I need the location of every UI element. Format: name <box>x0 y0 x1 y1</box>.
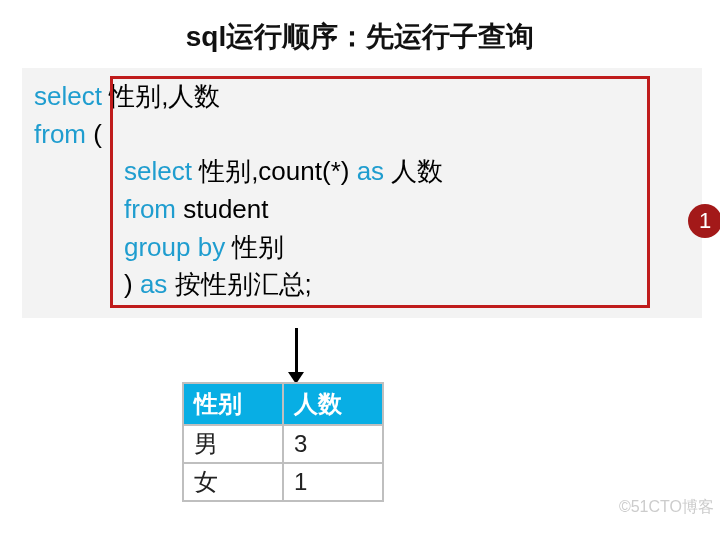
header-count: 人数 <box>283 383 383 425</box>
flow-arrow-icon <box>288 328 304 384</box>
cell-gender: 男 <box>183 425 283 463</box>
table-row: 女 1 <box>183 463 383 501</box>
sql-code-block: 1 select 性别,人数 from ( select 性别,count(*)… <box>22 68 702 318</box>
page-title: sql运行顺序：先运行子查询 <box>0 0 720 68</box>
cell-gender: 女 <box>183 463 283 501</box>
cell-count: 1 <box>283 463 383 501</box>
step-1-badge: 1 <box>688 204 720 238</box>
from-keyword: from <box>34 119 86 149</box>
open-paren: ( <box>86 119 102 149</box>
cell-count: 3 <box>283 425 383 463</box>
select-keyword: select <box>34 81 102 111</box>
table-row: 男 3 <box>183 425 383 463</box>
header-gender: 性别 <box>183 383 283 425</box>
subquery-highlight-box <box>110 76 650 308</box>
watermark: ©51CTO博客 <box>619 497 714 518</box>
result-table: 性别 人数 男 3 女 1 <box>182 382 384 502</box>
table-header-row: 性别 人数 <box>183 383 383 425</box>
